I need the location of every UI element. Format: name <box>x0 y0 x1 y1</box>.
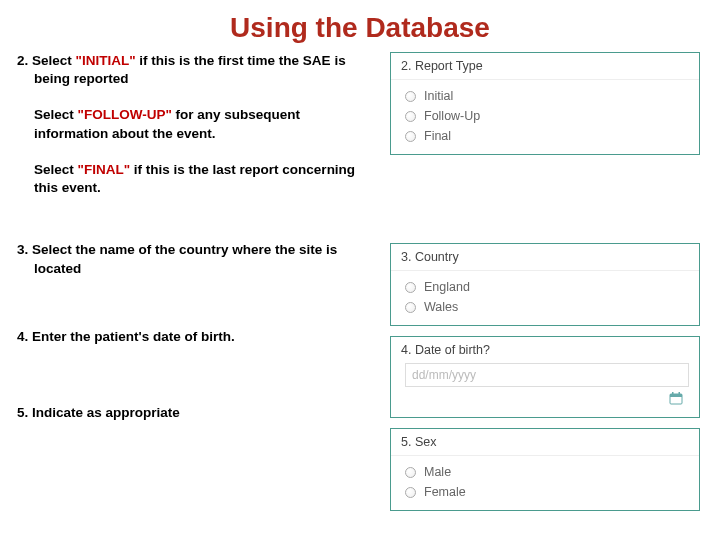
hl-initial: "INITIAL" <box>76 53 136 68</box>
content-area: 2. Select "INITIAL" if this is the first… <box>0 52 720 521</box>
panel-body: dd/mm/yyyy <box>391 363 699 417</box>
option-label: Female <box>424 485 466 499</box>
calendar-icon[interactable] <box>669 391 683 405</box>
option-female[interactable]: Female <box>405 482 689 502</box>
option-label: Initial <box>424 89 453 103</box>
panel-body: Male Female <box>391 456 699 510</box>
svg-rect-1 <box>670 394 682 397</box>
instruction-2c: Select "FINAL" if this is the last repor… <box>10 161 370 197</box>
panel-dob: 4. Date of birth? dd/mm/yyyy <box>390 336 700 418</box>
instruction-4: 4. Enter the patient's date of birth. <box>10 328 370 346</box>
instruction-2b: Select "FOLLOW-UP" for any subsequent in… <box>10 106 370 142</box>
option-label: Wales <box>424 300 458 314</box>
radio-icon <box>405 302 416 313</box>
option-england[interactable]: England <box>405 277 689 297</box>
option-initial[interactable]: Initial <box>405 86 689 106</box>
option-wales[interactable]: Wales <box>405 297 689 317</box>
calendar-row <box>405 387 689 409</box>
panel-header: 2. Report Type <box>391 53 699 80</box>
txt: Select <box>34 107 78 122</box>
form-column: 2. Report Type Initial Follow-Up Final 3… <box>390 52 700 521</box>
radio-icon <box>405 91 416 102</box>
hl-final: "FINAL" <box>78 162 131 177</box>
radio-icon <box>405 467 416 478</box>
option-final[interactable]: Final <box>405 126 689 146</box>
panel-body: England Wales <box>391 271 699 325</box>
panel-header: 5. Sex <box>391 429 699 456</box>
instruction-2a: 2. Select "INITIAL" if this is the first… <box>10 52 370 88</box>
panel-body: Initial Follow-Up Final <box>391 80 699 154</box>
option-label: Male <box>424 465 451 479</box>
option-male[interactable]: Male <box>405 462 689 482</box>
panel-header: 3. Country <box>391 244 699 271</box>
option-label: Follow-Up <box>424 109 480 123</box>
svg-rect-2 <box>672 392 674 395</box>
panel-header: 4. Date of birth? <box>391 337 699 359</box>
dob-input[interactable]: dd/mm/yyyy <box>405 363 689 387</box>
option-label: Final <box>424 129 451 143</box>
radio-icon <box>405 131 416 142</box>
radio-icon <box>405 111 416 122</box>
txt: Select <box>32 53 76 68</box>
instructions-column: 2. Select "INITIAL" if this is the first… <box>10 52 390 521</box>
option-label: England <box>424 280 470 294</box>
txt: Select <box>34 162 78 177</box>
svg-rect-3 <box>679 392 681 395</box>
instruction-3: 3. Select the name of the country where … <box>10 241 370 277</box>
instruction-5: 5. Indicate as appropriate <box>10 404 370 422</box>
option-followup[interactable]: Follow-Up <box>405 106 689 126</box>
page-title: Using the Database <box>0 0 720 52</box>
hl-followup: "FOLLOW-UP" <box>78 107 172 122</box>
radio-icon <box>405 487 416 498</box>
num-2: 2. <box>17 53 32 68</box>
panel-report-type: 2. Report Type Initial Follow-Up Final <box>390 52 700 155</box>
panel-sex: 5. Sex Male Female <box>390 428 700 511</box>
panel-country: 3. Country England Wales <box>390 243 700 326</box>
radio-icon <box>405 282 416 293</box>
